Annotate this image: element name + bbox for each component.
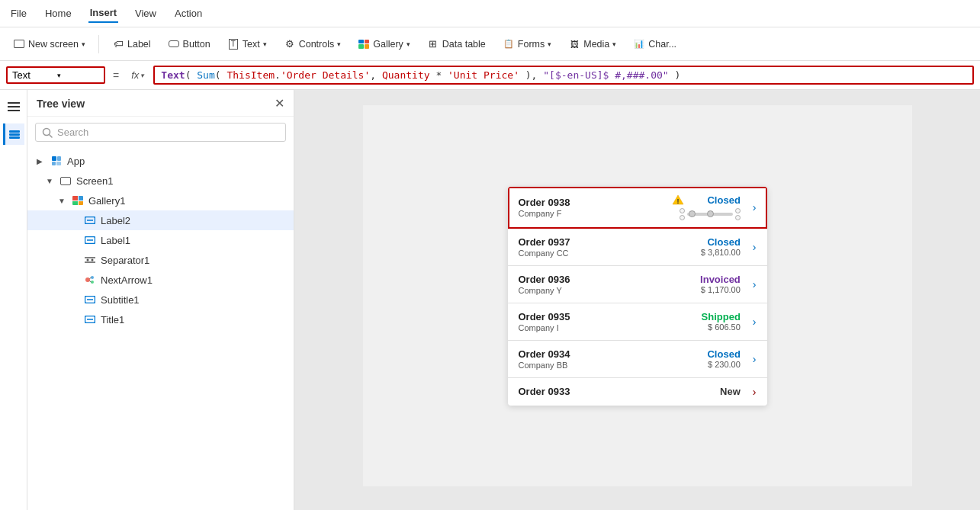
tree-close-button[interactable]: ✕ (275, 98, 284, 110)
gallery-row-0938-slider (680, 208, 741, 220)
formula-name-text: Text (12, 69, 54, 81)
new-screen-chevron-icon: ▾ (82, 40, 85, 48)
svg-text:!: ! (676, 197, 679, 205)
subtitle1-expand-icon: ▶ (70, 296, 79, 304)
screen1-expand-icon: ▼ (46, 177, 55, 185)
formula-comma1: , (370, 69, 382, 81)
app-expand-icon: ▶ (37, 157, 46, 165)
gallery-row-0934-status-area: Closed $ 230.00 (687, 348, 741, 369)
button-icon (168, 38, 180, 50)
tree-panel-header: Tree view ✕ (27, 90, 294, 117)
menu-file[interactable]: File (9, 5, 28, 22)
text-icon: T (227, 38, 239, 50)
gallery-row-0935[interactable]: Order 0935 Company I Shipped $ 606.50 › (508, 303, 767, 341)
nextarrow1-icon (84, 274, 96, 286)
gallery-row-0933-chevron[interactable]: › (753, 386, 757, 398)
tree-panel-title: Tree view (37, 98, 85, 110)
gallery-card: Order 0938 Company F ! Closed (508, 187, 767, 406)
tree-item-separator1[interactable]: ▶ Separator1 (27, 250, 294, 270)
gallery-row-0935-chevron[interactable]: › (753, 316, 757, 328)
title1-icon (84, 313, 96, 326)
gallery-row-0936-chevron[interactable]: › (753, 278, 757, 290)
button-btn-label: Button (183, 39, 210, 50)
media-chevron-icon: ▾ (612, 40, 616, 48)
svg-rect-4 (9, 133, 20, 136)
menu-view[interactable]: View (133, 5, 158, 22)
tree-item-label1-label: Label1 (101, 235, 130, 246)
gallery-button[interactable]: Gallery ▾ (351, 34, 417, 54)
formula-fx-label: fx (131, 69, 139, 81)
app-canvas: Order 0938 Company F ! Closed (363, 105, 912, 486)
svg-point-18 (87, 259, 89, 261)
tree-item-screen1[interactable]: ▼ Screen1 (27, 171, 294, 191)
label2-expand-icon: ▶ (70, 217, 79, 225)
svg-rect-1 (8, 106, 20, 107)
tree-item-label2[interactable]: ▶ Label2 (27, 210, 294, 230)
new-screen-button[interactable]: New screen ▾ (6, 34, 92, 54)
gallery-btn-label: Gallery (373, 39, 403, 50)
tree-item-title1[interactable]: ▶ Title1 (27, 310, 294, 329)
formula-fx-button[interactable]: fx ▾ (127, 68, 149, 82)
separator1-expand-icon: ▶ (70, 256, 79, 265)
tree-search-box[interactable] (35, 123, 286, 142)
gallery-row-0938-status-area: ! Closed (649, 194, 741, 220)
gallery-row-0936[interactable]: Order 0936 Company Y Invoiced $ 1,170.00… (508, 266, 767, 303)
svg-rect-2 (8, 110, 20, 111)
label-button[interactable]: 🏷 Label (105, 34, 158, 54)
text-button[interactable]: T Text ▾ (220, 34, 274, 54)
chart-btn-label: Char... (648, 39, 676, 50)
tree-item-nextarrow1[interactable]: ▶ NextArrow1 (27, 270, 294, 290)
tree-item-app[interactable]: ▶ App (27, 151, 294, 171)
formula-format-string: "[$-en-US]$ #,###.00" (543, 69, 668, 81)
gallery-row-0935-info: Order 0935 Company I (519, 311, 680, 332)
tree-item-subtitle1-label: Subtitle1 (101, 294, 140, 306)
controls-btn-label: Controls (299, 39, 335, 50)
gallery-row-0934-chevron[interactable]: › (753, 353, 757, 365)
button-button[interactable]: Button (161, 34, 217, 54)
title1-expand-icon: ▶ (70, 316, 79, 324)
svg-rect-5 (9, 136, 20, 139)
formula-name-box[interactable]: Text ▾ (6, 66, 105, 84)
tree-item-gallery1[interactable]: ▼ Gallery1 (27, 191, 294, 210)
tree-item-subtitle1[interactable]: ▶ Subtitle1 (27, 290, 294, 310)
gallery-row-0935-status-area: Shipped $ 606.50 (687, 311, 741, 332)
formula-dot: . (275, 69, 281, 81)
svg-line-24 (90, 281, 92, 283)
screen1-icon (59, 175, 72, 187)
hamburger-icon (8, 102, 20, 111)
chart-button[interactable]: 📊 Char... (626, 34, 683, 54)
gallery-row-0937[interactable]: Order 0937 Company CC Closed $ 3,810.00 … (508, 229, 767, 266)
layers-button[interactable] (3, 123, 24, 145)
search-icon (42, 127, 53, 138)
gallery-row-0937-chevron[interactable]: › (753, 241, 757, 253)
gallery-row-0938-chevron[interactable]: › (753, 201, 757, 213)
search-input[interactable] (57, 127, 279, 138)
hamburger-menu-button[interactable] (3, 96, 24, 117)
data-table-button[interactable]: ⊞ Data table (420, 34, 493, 54)
slider-track[interactable] (687, 213, 733, 216)
formula-bar: Text ▾ = fx ▾ Text( Sum( ThisItem.'Order… (0, 61, 980, 90)
media-button[interactable]: 🖼 Media ▾ (561, 34, 623, 54)
tree-item-label1[interactable]: ▶ Label1 (27, 230, 294, 250)
gallery1-expand-icon: ▼ (58, 197, 67, 205)
gallery-row-0933[interactable]: Order 0933 New › (508, 378, 767, 406)
gallery-row-0938-info: Order 0938 Company F (519, 197, 641, 218)
formula-order-details: 'Order Details' (281, 69, 370, 81)
menu-home[interactable]: Home (43, 5, 73, 22)
svg-line-23 (90, 277, 92, 279)
app-icon (50, 155, 63, 167)
formula-input[interactable]: Text( Sum( ThisItem.'Order Details', Qua… (153, 66, 974, 85)
gallery1-icon (72, 194, 84, 207)
menu-insert[interactable]: Insert (88, 4, 118, 23)
gallery-row-0934-status: Closed (687, 348, 741, 360)
gallery-row-0934[interactable]: Order 0934 Company BB Closed $ 230.00 › (508, 341, 767, 378)
forms-chevron-icon: ▾ (548, 40, 551, 48)
formula-mult: * (430, 69, 448, 81)
forms-icon: 📋 (503, 38, 515, 50)
svg-rect-9 (57, 156, 61, 161)
toolbar: New screen ▾ 🏷 Label Button T Text ▾ ⚙ C… (0, 27, 980, 61)
forms-button[interactable]: 📋 Forms ▾ (496, 34, 558, 54)
menu-action[interactable]: Action (173, 5, 204, 22)
gallery-row-0938[interactable]: Order 0938 Company F ! Closed (508, 187, 767, 229)
controls-button[interactable]: ⚙ Controls ▾ (277, 34, 349, 54)
